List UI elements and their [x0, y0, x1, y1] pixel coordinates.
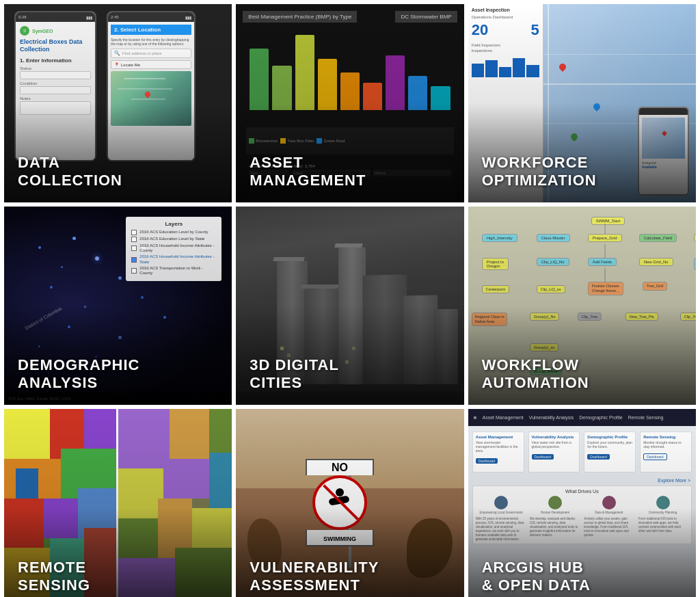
tile-label: ASSET MANAGEMENT: [250, 154, 450, 189]
remote-sensing-tile[interactable]: REMOTE SENSING: [4, 409, 232, 597]
vulnerability-assessment-tile[interactable]: NO SWIMMING VULNERABILITY: [236, 409, 463, 597]
data-collection-tile[interactable]: 9:28 ▮▮▮ S SymGEO Electrical Boxes Data …: [4, 4, 232, 202]
workforce-optimization-tile[interactable]: Asset Inspection Operations Dashboard 20…: [468, 4, 696, 202]
tile-label: VULNERABILITY ASSESSMENT: [250, 559, 450, 594]
3d-digital-cities-tile[interactable]: 3D DIGITAL CITIES: [236, 207, 463, 405]
tile-label: ARCGIS HUB & OPEN DATA: [482, 559, 682, 594]
tile-label: WORKFLOW AUTOMATION: [482, 356, 682, 391]
tile-label: DATA COLLECTION: [18, 154, 218, 189]
tile-label: WORKFORCE OPTIMIZATION: [482, 154, 682, 189]
tile-label: DEMOGRAPHIC ANALYSIS: [18, 356, 218, 391]
tile-label: REMOTE SENSING: [18, 559, 218, 594]
tile-label: 3D DIGITAL CITIES: [250, 356, 450, 391]
arcgis-hub-tile[interactable]: ■ Asset Management Vulnerability Analysi…: [468, 409, 696, 597]
asset-management-tile[interactable]: Best Management Practice (BMP) by Type D…: [236, 4, 463, 202]
demographic-analysis-tile[interactable]: District of Columbia Layers 2016 ACS Edu…: [4, 207, 232, 405]
workflow-automation-tile[interactable]: SWMM_Start High_Intensity Class Master P…: [468, 207, 696, 405]
main-grid: 9:28 ▮▮▮ S SymGEO Electrical Boxes Data …: [0, 0, 700, 597]
